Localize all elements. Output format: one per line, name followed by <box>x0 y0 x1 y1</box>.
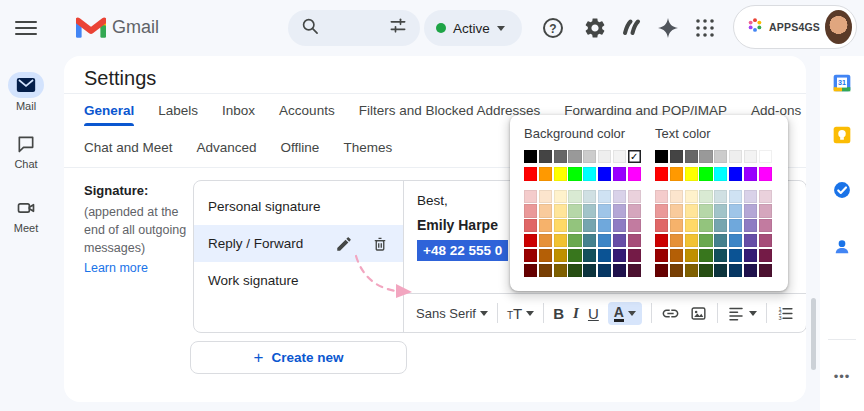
background-color-swatch[interactable] <box>598 219 611 232</box>
text-color-swatch[interactable] <box>655 167 668 180</box>
text-color-swatch[interactable] <box>729 204 742 217</box>
tab-offline[interactable]: Offline <box>281 140 320 163</box>
signature-item-work[interactable]: Work signature <box>194 262 403 299</box>
text-color-swatch[interactable] <box>685 234 698 247</box>
text-color-swatch[interactable] <box>744 204 757 217</box>
numbered-list-button[interactable]: 123 <box>776 304 795 323</box>
text-color-swatch[interactable] <box>759 264 772 277</box>
background-color-swatch[interactable] <box>539 190 552 203</box>
gemini-button[interactable] <box>656 16 680 40</box>
background-color-swatch[interactable] <box>598 190 611 203</box>
text-color-swatch[interactable] <box>670 167 683 180</box>
text-color-swatch[interactable] <box>670 234 683 247</box>
text-color-swatch[interactable] <box>729 234 742 247</box>
background-color-swatch[interactable] <box>568 150 581 163</box>
background-color-swatch[interactable] <box>613 219 626 232</box>
background-color-swatch[interactable] <box>554 167 567 180</box>
account-button[interactable]: APPS4GS <box>733 5 857 49</box>
background-color-swatch[interactable] <box>628 219 641 232</box>
text-color-swatch[interactable] <box>714 150 727 163</box>
search-filters-icon[interactable] <box>388 16 408 40</box>
text-color-swatch[interactable] <box>685 167 698 180</box>
background-color-swatch[interactable] <box>583 204 596 217</box>
text-color-swatch[interactable] <box>670 150 683 163</box>
text-color-swatch[interactable] <box>655 204 668 217</box>
insert-link-button[interactable] <box>661 304 680 323</box>
background-color-swatch[interactable] <box>613 167 626 180</box>
background-color-swatch[interactable] <box>613 150 626 163</box>
background-color-swatch[interactable] <box>583 234 596 247</box>
help-button[interactable]: ? <box>541 16 565 40</box>
text-color-swatch[interactable] <box>655 190 668 203</box>
font-size-dropdown[interactable]: TT <box>507 305 534 322</box>
background-color-swatch[interactable] <box>613 264 626 277</box>
text-color-swatch[interactable] <box>714 249 727 262</box>
calendar-app-button[interactable]: 31 <box>832 73 852 93</box>
text-color-swatch[interactable] <box>670 219 683 232</box>
text-color-swatch[interactable] <box>699 249 712 262</box>
tab-inbox[interactable]: Inbox <box>222 103 255 126</box>
background-color-swatch[interactable] <box>613 249 626 262</box>
background-color-swatch[interactable] <box>524 204 537 217</box>
background-color-swatch[interactable] <box>583 150 596 163</box>
text-color-swatch[interactable] <box>699 150 712 163</box>
text-color-swatch[interactable] <box>699 190 712 203</box>
text-color-swatch[interactable] <box>714 204 727 217</box>
background-color-swatch[interactable] <box>583 190 596 203</box>
text-color-swatch[interactable] <box>759 249 772 262</box>
background-color-swatch[interactable] <box>598 234 611 247</box>
tab-general[interactable]: General <box>84 103 134 126</box>
background-color-swatch[interactable] <box>628 190 641 203</box>
text-color-swatch[interactable] <box>714 234 727 247</box>
background-color-swatch[interactable] <box>628 249 641 262</box>
search-bar[interactable] <box>288 10 420 46</box>
sidebar-item-mail[interactable] <box>8 72 44 98</box>
text-color-swatch[interactable] <box>729 190 742 203</box>
text-color-swatch[interactable] <box>759 190 772 203</box>
background-color-swatch[interactable] <box>628 264 641 277</box>
text-color-swatch[interactable] <box>699 264 712 277</box>
background-color-swatch[interactable] <box>568 167 581 180</box>
align-dropdown[interactable] <box>727 304 757 322</box>
background-color-swatch[interactable] <box>568 219 581 232</box>
background-color-swatch[interactable] <box>539 167 552 180</box>
text-color-swatch[interactable] <box>670 204 683 217</box>
tab-accounts[interactable]: Accounts <box>279 103 335 126</box>
background-color-swatch[interactable] <box>524 264 537 277</box>
background-color-swatch[interactable] <box>613 204 626 217</box>
background-color-swatch[interactable] <box>524 150 537 163</box>
tab-themes[interactable]: Themes <box>343 140 392 163</box>
text-color-swatch[interactable] <box>655 234 668 247</box>
text-color-swatch[interactable] <box>685 264 698 277</box>
tasks-app-button[interactable] <box>832 180 852 200</box>
text-color-swatch[interactable] <box>759 234 772 247</box>
background-color-swatch[interactable] <box>554 234 567 247</box>
text-color-swatch[interactable] <box>655 249 668 262</box>
text-color-swatch[interactable] <box>670 264 683 277</box>
text-color-swatch[interactable] <box>744 234 757 247</box>
text-color-swatch[interactable] <box>670 190 683 203</box>
text-color-swatch[interactable] <box>685 190 698 203</box>
text-color-swatch[interactable] <box>729 264 742 277</box>
background-color-swatch[interactable] <box>554 249 567 262</box>
text-color-swatch[interactable] <box>670 249 683 262</box>
learn-more-link[interactable]: Learn more <box>84 261 200 275</box>
hamburger-menu-button[interactable] <box>13 17 39 39</box>
text-color-swatch[interactable] <box>759 150 772 163</box>
sidebar-item-chat[interactable] <box>16 134 36 154</box>
background-color-swatch[interactable] <box>554 264 567 277</box>
background-color-swatch[interactable] <box>598 204 611 217</box>
text-color-swatch[interactable] <box>729 167 742 180</box>
bold-button[interactable]: B <box>553 305 564 322</box>
text-color-swatch[interactable] <box>685 249 698 262</box>
text-color-swatch[interactable] <box>699 167 712 180</box>
tab-advanced[interactable]: Advanced <box>197 140 257 163</box>
text-color-swatch[interactable] <box>714 167 727 180</box>
background-color-swatch[interactable] <box>539 219 552 232</box>
background-color-swatch[interactable] <box>539 234 552 247</box>
background-color-swatch[interactable] <box>583 249 596 262</box>
signature-item-reply-forward[interactable]: Reply / Forward <box>194 225 403 262</box>
text-color-swatch[interactable] <box>729 219 742 232</box>
text-color-swatch[interactable] <box>744 167 757 180</box>
background-color-swatch[interactable] <box>598 264 611 277</box>
